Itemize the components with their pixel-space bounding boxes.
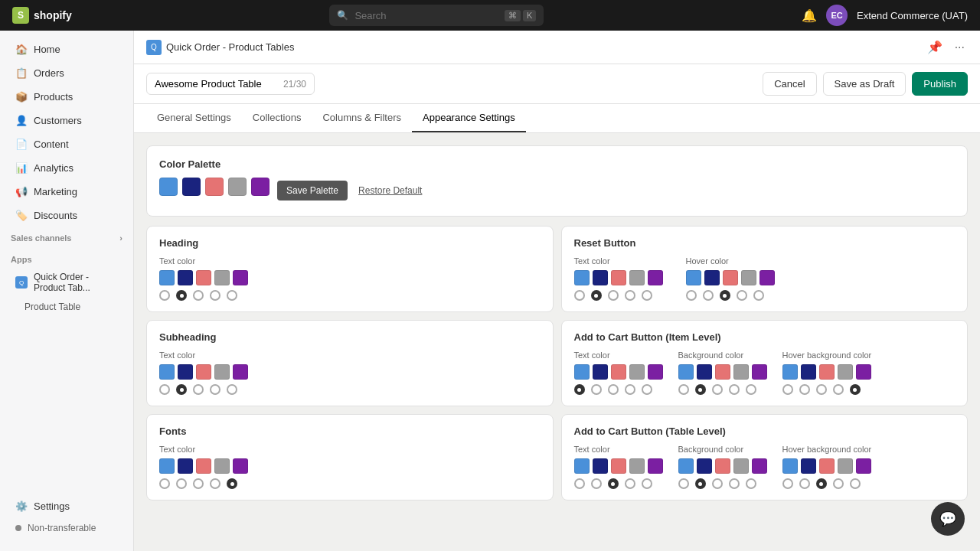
heading-swatch-0[interactable] <box>159 270 175 285</box>
cart-item-bg-radio-3[interactable] <box>729 384 740 395</box>
tab-collections[interactable]: Collections <box>242 104 312 132</box>
palette-swatch-1[interactable] <box>182 178 201 196</box>
subheading-radio-0[interactable] <box>159 384 170 395</box>
cart-table-bg-radio-1[interactable] <box>695 478 706 489</box>
subheading-swatch-2[interactable] <box>196 364 211 380</box>
cart-item-bg-swatch-2[interactable] <box>715 364 730 380</box>
pin-button[interactable]: 📌 <box>924 37 946 57</box>
palette-swatch-2[interactable] <box>205 178 224 196</box>
cart-item-text-radio-4[interactable] <box>642 384 652 395</box>
reset-text-swatch-0[interactable] <box>574 270 590 285</box>
fonts-swatch-3[interactable] <box>214 458 230 474</box>
cart-item-hover-swatch-0[interactable] <box>782 364 798 380</box>
reset-text-swatch-4[interactable] <box>648 270 663 285</box>
sidebar-item-products[interactable]: 📦 Products <box>5 85 129 108</box>
reset-hover-radio-0[interactable] <box>686 290 697 301</box>
cart-item-text-radio-2[interactable] <box>608 384 619 395</box>
cart-table-text-radio-1[interactable] <box>591 478 602 489</box>
heading-swatch-4[interactable] <box>233 270 248 285</box>
sidebar-item-quick-order[interactable]: Q Quick Order - Product Tab... <box>0 267 133 298</box>
cart-table-text-swatch-4[interactable] <box>648 458 663 474</box>
sidebar-item-marketing[interactable]: 📢 Marketing <box>5 180 129 203</box>
cart-table-text-swatch-2[interactable] <box>611 458 626 474</box>
fonts-radio-3[interactable] <box>210 478 220 489</box>
sidebar-item-orders[interactable]: 📋 Orders <box>5 61 129 84</box>
cart-item-text-radio-1[interactable] <box>591 384 602 395</box>
fonts-swatch-0[interactable] <box>159 458 175 474</box>
cart-table-hover-radio-1[interactable] <box>799 478 810 489</box>
cart-table-text-radio-4[interactable] <box>642 478 652 489</box>
cart-item-hover-radio-0[interactable] <box>782 384 793 395</box>
subheading-swatch-4[interactable] <box>233 364 248 380</box>
cart-item-text-radio-0[interactable] <box>574 384 585 395</box>
cart-table-text-radio-3[interactable] <box>625 478 635 489</box>
cart-item-bg-swatch-0[interactable] <box>678 364 694 380</box>
fonts-radio-1[interactable] <box>176 478 187 489</box>
cart-table-bg-radio-2[interactable] <box>712 478 723 489</box>
reset-text-radio-0[interactable] <box>574 290 585 301</box>
reset-hover-swatch-3[interactable] <box>741 270 756 285</box>
fonts-swatch-2[interactable] <box>196 458 211 474</box>
palette-swatch-4[interactable] <box>251 178 270 196</box>
reset-text-swatch-3[interactable] <box>629 270 645 285</box>
cart-item-hover-swatch-3[interactable] <box>838 364 853 380</box>
sidebar-item-settings[interactable]: ⚙️ Settings <box>5 495 129 517</box>
reset-hover-radio-1[interactable] <box>703 290 714 301</box>
reset-text-radio-3[interactable] <box>625 290 635 301</box>
cart-item-bg-radio-0[interactable] <box>678 384 689 395</box>
cart-table-hover-swatch-3[interactable] <box>838 458 853 474</box>
chat-button[interactable]: 💬 <box>931 502 965 536</box>
palette-swatch-0[interactable] <box>159 178 178 196</box>
cart-item-text-radio-3[interactable] <box>625 384 635 395</box>
save-draft-button[interactable]: Save as Draft <box>823 72 906 96</box>
tab-general[interactable]: General Settings <box>146 104 242 132</box>
cart-table-text-radio-2[interactable] <box>608 478 619 489</box>
cart-item-bg-radio-2[interactable] <box>712 384 723 395</box>
cart-table-bg-radio-0[interactable] <box>678 478 689 489</box>
cart-table-bg-swatch-1[interactable] <box>697 458 712 474</box>
reset-text-swatch-2[interactable] <box>611 270 626 285</box>
subheading-radio-2[interactable] <box>193 384 204 395</box>
fonts-radio-0[interactable] <box>159 478 170 489</box>
reset-text-swatch-1[interactable] <box>593 270 608 285</box>
heading-radio-0[interactable] <box>159 290 170 301</box>
reset-text-radio-2[interactable] <box>608 290 619 301</box>
cart-table-bg-radio-4[interactable] <box>746 478 756 489</box>
search-bar[interactable]: 🔍 ⌘ K <box>329 5 544 26</box>
heading-radio-3[interactable] <box>210 290 220 301</box>
fonts-radio-2[interactable] <box>193 478 204 489</box>
cart-table-hover-radio-0[interactable] <box>782 478 793 489</box>
cart-item-text-swatch-4[interactable] <box>648 364 663 380</box>
cart-item-text-swatch-3[interactable] <box>629 364 645 380</box>
cart-table-hover-swatch-2[interactable] <box>819 458 835 474</box>
cart-item-bg-swatch-1[interactable] <box>697 364 712 380</box>
fonts-swatch-1[interactable] <box>178 458 193 474</box>
heading-swatch-2[interactable] <box>196 270 211 285</box>
cart-item-text-swatch-0[interactable] <box>574 364 590 380</box>
reset-hover-swatch-4[interactable] <box>760 270 775 285</box>
cart-table-bg-radio-3[interactable] <box>729 478 740 489</box>
reset-text-radio-4[interactable] <box>642 290 652 301</box>
reset-hover-radio-3[interactable] <box>737 290 747 301</box>
cart-table-bg-swatch-3[interactable] <box>733 458 749 474</box>
cart-table-hover-radio-3[interactable] <box>833 478 844 489</box>
restore-default-button[interactable]: Restore Default <box>355 181 425 201</box>
sidebar-item-home[interactable]: 🏠 Home <box>5 37 129 60</box>
sidebar-item-analytics[interactable]: 📊 Analytics <box>5 156 129 179</box>
heading-swatch-1[interactable] <box>178 270 193 285</box>
save-palette-button[interactable]: Save Palette <box>277 181 348 201</box>
search-input[interactable] <box>354 10 498 21</box>
cart-table-hover-radio-4[interactable] <box>850 478 861 489</box>
heading-radio-1[interactable] <box>176 290 187 301</box>
subheading-swatch-1[interactable] <box>178 364 193 380</box>
palette-swatch-3[interactable] <box>228 178 247 196</box>
heading-swatch-3[interactable] <box>214 270 230 285</box>
cart-table-bg-swatch-0[interactable] <box>678 458 694 474</box>
sidebar-item-customers[interactable]: 👤 Customers <box>5 109 129 132</box>
heading-radio-4[interactable] <box>227 290 237 301</box>
cart-item-bg-swatch-4[interactable] <box>752 364 767 380</box>
cart-table-hover-swatch-4[interactable] <box>856 458 871 474</box>
subheading-radio-4[interactable] <box>227 384 237 395</box>
sidebar-item-content[interactable]: 📄 Content <box>5 132 129 155</box>
cart-item-bg-radio-4[interactable] <box>746 384 756 395</box>
